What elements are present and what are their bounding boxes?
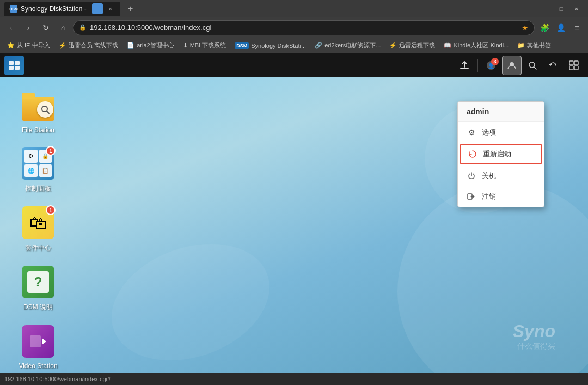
ed2k-icon: 🔗 (315, 42, 322, 49)
bookmark-label: 迅雷会员-离线下载 (69, 41, 119, 50)
dsm-help-icon-img: ? (21, 265, 56, 300)
nav-bar: ‹ › ↻ ⌂ 🔒 192.168.10.10:5000/webman/inde… (0, 17, 588, 38)
minimize-button[interactable]: ─ (539, 3, 553, 14)
dsm-desktop: Syno 什么值得买 (0, 77, 588, 373)
cp-tile1: ⚙ (24, 150, 38, 163)
svg-rect-9 (574, 61, 578, 65)
notification-badge: 3 (491, 58, 499, 65)
user-menu-button[interactable] (502, 56, 522, 75)
bookmark-star-icon[interactable]: ★ (522, 23, 529, 32)
dropdown-options[interactable]: ⚙ 选项 (458, 122, 544, 143)
dsm-logo[interactable] (4, 56, 24, 75)
help-question: ? (27, 271, 49, 293)
file-station-icon-img (21, 88, 56, 123)
menu-button[interactable]: ≡ (569, 20, 585, 35)
maximize-button[interactable]: □ (554, 3, 568, 14)
bookmark-ed2k[interactable]: 🔗 ed2kers电驴资源下... (311, 40, 384, 52)
control-panel-icon-img: ⚙ 🔒 🌐 📋 1 (21, 146, 56, 181)
bookmark-label: Kindle人社区-Kindl... (454, 41, 509, 50)
bookmark-thunder2[interactable]: ⚡ 迅雷远程下载 (385, 40, 439, 52)
svg-marker-15 (42, 338, 46, 345)
lock-icon: 🔒 (79, 24, 87, 31)
control-panel-icon[interactable]: ⚙ 🔒 🌐 📋 1 控制面板 (16, 146, 60, 194)
video-bg (22, 325, 54, 358)
bookmark-thunder[interactable]: ⚡ 迅雷会员-离线下载 (55, 40, 122, 52)
svg-rect-0 (9, 61, 14, 65)
dsm-help-icon[interactable]: ? DSM 说明 (16, 265, 60, 313)
home-button[interactable]: ⌂ (56, 20, 71, 35)
bookmark-aria2[interactable]: 📄 aria2管理中心 (123, 40, 177, 52)
status-url: 192.168.10.10:5000/webman/index.cgi# (4, 376, 111, 382)
bookmark-label: 其他书签 (527, 41, 551, 50)
package-center-icon-img: 🛍 1 (21, 205, 56, 240)
nav-right-buttons: 🧩 👤 ≡ (537, 20, 585, 35)
divider (477, 59, 478, 72)
help-bg: ? (22, 266, 54, 298)
search-lens (37, 101, 53, 118)
shutdown-icon (467, 171, 476, 181)
bookmarks-bar: ⭐ 从 IE 中导入 ⚡ 迅雷会员-离线下载 📄 aria2管理中心 ⬇ MBL… (0, 38, 588, 53)
watermark-subtext: 什么值得买 (513, 341, 555, 351)
tab-close-button[interactable]: × (106, 4, 115, 13)
dropdown-username: admin (458, 102, 544, 122)
bookmark-mbl[interactable]: ⬇ MBL下载系统 (179, 40, 230, 52)
tab-title: Synology DiskStation - (21, 5, 87, 13)
profile-button[interactable]: 👤 (553, 20, 568, 35)
extensions-button[interactable]: 🧩 (537, 20, 552, 35)
window-controls: ─ □ × (539, 3, 584, 14)
cp-tile3: 🌐 (24, 164, 38, 178)
bg-decoration3 (95, 223, 286, 373)
synology-icon: DSM (235, 42, 249, 49)
address-bar[interactable]: 🔒 192.168.10.10:5000/webman/index.cgi ★ (73, 20, 535, 35)
dropdown-logout[interactable]: 注销 (458, 186, 544, 207)
restart-label: 重新启动 (483, 149, 511, 159)
bookmark-kindle[interactable]: 📖 Kindle人社区-Kindl... (440, 40, 512, 52)
taskbar-right: 👤 3 (455, 56, 584, 75)
status-bar: 192.168.10.10:5000/webman/index.cgi# (0, 373, 588, 385)
search-button[interactable] (523, 56, 542, 75)
bookmark-label: 迅雷远程下载 (399, 41, 435, 50)
svg-rect-3 (15, 66, 20, 70)
cp-tile4: 📋 (39, 164, 52, 178)
recovery-button[interactable] (543, 56, 563, 75)
bookmark-icon2: 📄 (127, 42, 134, 49)
active-tab[interactable]: DSM Synology DiskStation - × (4, 2, 120, 16)
package-badge: 1 (46, 205, 56, 215)
close-button[interactable]: × (569, 3, 584, 14)
bookmark-other[interactable]: 📁 其他书签 (513, 40, 555, 52)
svg-rect-14 (30, 335, 41, 347)
svg-rect-11 (574, 66, 578, 70)
logout-icon (467, 192, 476, 201)
windows-button[interactable] (564, 56, 584, 75)
thunder-icon: ⚡ (59, 42, 66, 49)
bookmark-icon: ⭐ (7, 42, 15, 49)
options-label: 选项 (482, 127, 496, 137)
shutdown-label: 关机 (482, 171, 496, 181)
file-station-icon[interactable]: File Station (16, 88, 60, 135)
options-icon: ⚙ (467, 127, 476, 137)
upload-button[interactable] (455, 56, 474, 75)
back-button[interactable]: ‹ (3, 20, 19, 35)
svg-rect-8 (569, 61, 573, 65)
forward-button[interactable]: › (21, 20, 36, 35)
bookmark-ie[interactable]: ⭐ 从 IE 中导入 (3, 40, 54, 52)
video-station-icon[interactable]: Video Station (16, 324, 60, 371)
refresh-button[interactable]: ↻ (38, 20, 53, 35)
mbl-icon: ⬇ (183, 42, 188, 49)
video-station-label: Video Station (16, 361, 59, 371)
new-tab-button[interactable]: + (124, 2, 138, 16)
dropdown-shutdown[interactable]: 关机 (458, 166, 544, 186)
folder-tab (22, 93, 35, 99)
folder-icon: 📁 (517, 42, 525, 49)
file-station-label: File Station (20, 125, 57, 135)
dsm-taskbar: 👤 3 (0, 53, 588, 77)
notifications-button[interactable]: 👤 3 (481, 56, 501, 75)
bookmark-synology[interactable]: DSM Synology DiskStati... (231, 40, 310, 52)
package-center-icon[interactable]: 🛍 1 套件中心 (16, 205, 60, 254)
bookmark-label: Synology DiskStati... (251, 42, 306, 49)
svg-rect-1 (15, 61, 20, 65)
svg-line-13 (47, 111, 49, 113)
desktop-watermark: Syno 什么值得买 (513, 321, 555, 351)
logout-label: 注销 (482, 192, 496, 201)
dropdown-restart[interactable]: 重新启动 (460, 144, 542, 164)
